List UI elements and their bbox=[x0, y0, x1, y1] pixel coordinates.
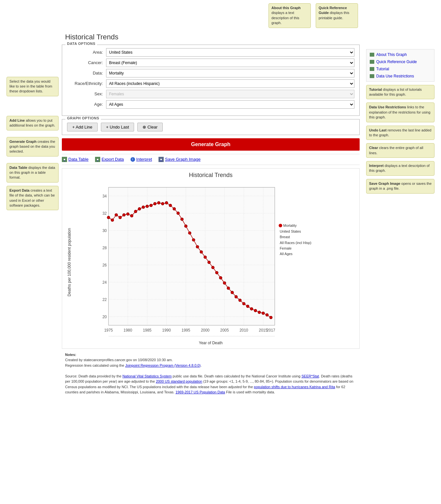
svg-text:20: 20 bbox=[103, 314, 107, 319]
tutorial-menu-icon bbox=[370, 67, 374, 71]
age-label: Age: bbox=[67, 102, 106, 107]
svg-text:Mortality: Mortality bbox=[283, 224, 297, 227]
svg-point-51 bbox=[161, 202, 164, 205]
interpret-link-label: Interpret bbox=[136, 157, 152, 162]
race-label: Race/Ethnicity: bbox=[67, 81, 106, 86]
generate-graph-label: Generate Graph bbox=[9, 140, 36, 143]
svg-text:2017: 2017 bbox=[267, 328, 275, 333]
svg-point-37 bbox=[107, 216, 110, 219]
undo-last-button[interactable]: + Undo Last bbox=[101, 123, 134, 131]
svg-point-45 bbox=[138, 207, 141, 210]
notes-source: Source: Death data provided by the Natio… bbox=[65, 374, 356, 395]
svg-point-73 bbox=[246, 305, 249, 308]
clear-tooltip-title: Clear bbox=[369, 146, 378, 150]
svg-point-63 bbox=[208, 261, 211, 264]
svg-point-55 bbox=[177, 211, 180, 214]
svg-point-66 bbox=[219, 276, 222, 279]
about-icon bbox=[370, 53, 374, 57]
area-label: Area: bbox=[67, 50, 106, 55]
chart-container: Historical Trends Deaths per 100,000 res… bbox=[62, 168, 360, 349]
svg-point-40 bbox=[119, 216, 122, 219]
cancer-select[interactable]: Breast (Female) bbox=[106, 59, 354, 67]
notes-heading: Notes: bbox=[65, 352, 356, 358]
svg-point-59 bbox=[192, 238, 195, 241]
about-graph-tooltip-text: displays a text description of this grap… bbox=[271, 11, 299, 25]
undo-last-tooltip-title: Undo Last bbox=[369, 128, 387, 132]
data-select[interactable]: Mortality bbox=[106, 69, 354, 77]
svg-point-76 bbox=[258, 311, 261, 314]
svg-point-41 bbox=[123, 213, 126, 216]
clear-tooltip: Clear clears the entire graph of all lin… bbox=[366, 143, 434, 158]
chart-svg: 2022242628303234197519801985199019952000… bbox=[73, 180, 356, 343]
right-panel: About This Graph Quick Reference Guide T… bbox=[363, 33, 434, 197]
data-use-menu-item[interactable]: Data Use Restrictions bbox=[366, 73, 434, 80]
area-select[interactable]: United States bbox=[106, 48, 354, 57]
svg-point-42 bbox=[126, 212, 129, 215]
svg-rect-0 bbox=[108, 187, 275, 325]
quick-ref-menu-label: Quick Reference Guide bbox=[376, 60, 417, 64]
sex-label: Sex: bbox=[67, 91, 106, 96]
svg-text:1990: 1990 bbox=[162, 328, 171, 333]
svg-point-62 bbox=[204, 256, 207, 259]
age-select[interactable]: All Ages bbox=[106, 100, 354, 109]
svg-text:2005: 2005 bbox=[220, 328, 229, 333]
svg-text:United States: United States bbox=[280, 229, 301, 233]
y-axis-label: Deaths per 100,000 resident population bbox=[65, 180, 73, 344]
sex-row: Sex: Females bbox=[67, 90, 354, 98]
svg-point-56 bbox=[181, 218, 184, 221]
save-graph-icon: ■ bbox=[158, 157, 164, 162]
svg-point-43 bbox=[130, 214, 133, 217]
tutorial-menu-label: Tutorial bbox=[376, 67, 389, 71]
notes-section: Notes: Created by statecancerprofiles.ca… bbox=[62, 349, 360, 398]
std-pop-link[interactable]: 2000 US standard population bbox=[156, 379, 202, 383]
chart-title: Historical Trends bbox=[65, 172, 356, 179]
graph-options-fieldset: Graph Options + Add Line + Undo Last ⊗ C… bbox=[62, 119, 360, 135]
hurricane-link[interactable]: population shifts due to hurricanes Katr… bbox=[254, 385, 335, 389]
svg-point-57 bbox=[185, 225, 187, 227]
page-title: Historical Trends bbox=[62, 33, 360, 41]
generate-graph-button[interactable]: Generate Graph bbox=[62, 138, 360, 151]
svg-text:Female: Female bbox=[280, 246, 292, 250]
export-data-link[interactable]: ■ Export Data bbox=[95, 157, 124, 162]
svg-point-52 bbox=[165, 201, 168, 204]
data-options-fieldset: Data Options Area: United States Cancer:… bbox=[62, 45, 360, 116]
svg-text:1980: 1980 bbox=[124, 328, 132, 333]
add-line-button[interactable]: + Add Line bbox=[67, 123, 98, 131]
svg-point-77 bbox=[262, 312, 265, 315]
pop-data-link[interactable]: 1969-2017 US Population Data bbox=[175, 390, 225, 394]
interpret-link[interactable]: i Interpret bbox=[131, 157, 152, 162]
nvss-link[interactable]: National Vital Statistics System bbox=[122, 374, 172, 378]
add-line-label: Add Line bbox=[9, 118, 25, 122]
svg-text:1995: 1995 bbox=[182, 328, 190, 333]
svg-text:28: 28 bbox=[103, 245, 107, 250]
data-options-legend: Data Options bbox=[65, 42, 97, 46]
data-label: Data: bbox=[67, 71, 106, 75]
svg-point-68 bbox=[227, 287, 230, 290]
race-select[interactable]: All Races (includes Hispanic) bbox=[106, 79, 354, 88]
svg-point-80 bbox=[279, 224, 282, 227]
race-row: Race/Ethnicity: All Races (includes Hisp… bbox=[67, 79, 354, 88]
clear-button[interactable]: ⊗ Clear bbox=[137, 123, 163, 131]
about-graph-tooltip-box: About this Graph displays a text descrip… bbox=[269, 3, 311, 28]
about-this-graph-label: About This Graph bbox=[376, 52, 407, 57]
area-row: Area: United States bbox=[67, 48, 354, 57]
svg-point-67 bbox=[223, 281, 226, 284]
svg-text:Breast: Breast bbox=[280, 235, 290, 239]
seer-link[interactable]: SEER*Stat bbox=[301, 374, 319, 378]
interpret-icon: i bbox=[131, 157, 135, 162]
svg-point-65 bbox=[215, 271, 218, 274]
save-graph-link[interactable]: ■ Save Graph Image bbox=[158, 157, 200, 162]
data-table-icon: ■ bbox=[62, 157, 67, 162]
sex-select[interactable]: Females bbox=[106, 90, 354, 98]
tutorial-menu-item[interactable]: Tutorial bbox=[366, 65, 434, 73]
notes-created: Created by statecancerprofiles.cancer.go… bbox=[65, 357, 356, 363]
save-graph-link-label: Save Graph Image bbox=[165, 157, 200, 162]
svg-point-75 bbox=[254, 309, 257, 312]
data-table-link[interactable]: ■ Data Table bbox=[62, 157, 89, 162]
quick-ref-menu-item[interactable]: Quick Reference Guide bbox=[366, 58, 434, 65]
cancer-row: Cancer: Breast (Female) bbox=[67, 59, 354, 67]
chart-svg-wrapper: 2022242628303234197519801985199019952000… bbox=[73, 180, 356, 344]
joinpoint-link[interactable]: Joinpoint Regression Program (Version 4.… bbox=[125, 363, 201, 367]
about-this-graph-menu-item[interactable]: About This Graph bbox=[366, 51, 434, 58]
svg-text:34: 34 bbox=[103, 194, 107, 198]
